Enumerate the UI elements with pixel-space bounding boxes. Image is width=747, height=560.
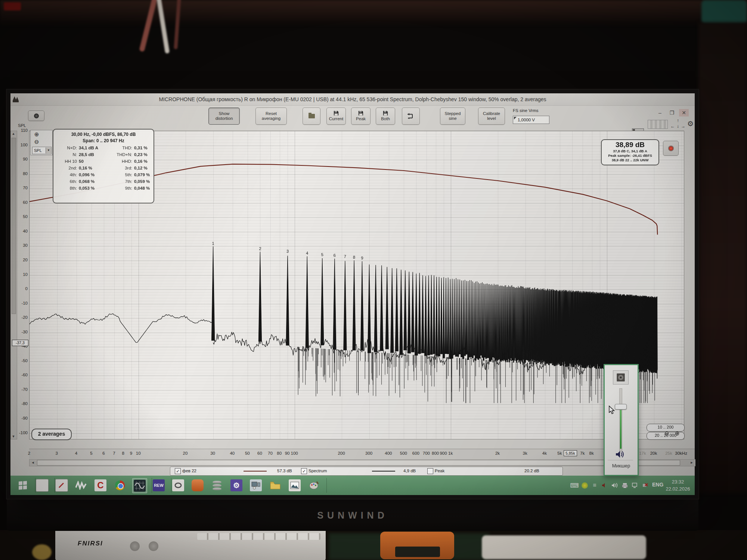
- taskbar-paint-app[interactable]: [307, 478, 321, 492]
- record-button[interactable]: [663, 141, 679, 156]
- info-value: 0,096 %: [79, 172, 109, 179]
- y-tick-label: 20: [15, 258, 28, 262]
- reset-averaging-button[interactable]: Reset averaging: [255, 108, 287, 125]
- taskbar-notepad[interactable]: [35, 478, 49, 492]
- volume-popup[interactable]: Микшер: [604, 364, 639, 476]
- x-tick-label: 100: [291, 451, 298, 455]
- zoom-in-icon[interactable]: ⊕: [675, 430, 680, 437]
- audio-device-button[interactable]: [613, 370, 629, 385]
- taskbar-spectrum-analyzer[interactable]: [132, 478, 147, 493]
- mixer-link[interactable]: Микшер: [605, 463, 638, 469]
- taskbar[interactable]: CREW⚙⌨≡ENG23:3222.02.2026: [10, 476, 695, 495]
- x-tick-label: 400: [385, 451, 392, 455]
- legend-checkbox[interactable]: ✓: [301, 468, 307, 474]
- close-button[interactable]: ✕: [679, 109, 689, 116]
- clock-date: 22.02.2026: [661, 485, 695, 492]
- y-tick-label: -10: [15, 301, 28, 305]
- tray-equalizer[interactable]: ≡: [590, 481, 599, 490]
- x-tick-label: 4k: [542, 451, 547, 455]
- loop-button[interactable]: [402, 108, 420, 125]
- taskbar-photo-viewer[interactable]: [288, 478, 302, 492]
- x-tick-label: 9: [130, 451, 132, 455]
- scroll-left-arrow[interactable]: ◄: [30, 461, 35, 464]
- desk: FNIRSI: [0, 530, 747, 560]
- tray-keyboard[interactable]: ⌨: [570, 481, 579, 490]
- info-label: 3rd:: [109, 166, 134, 172]
- taskbar-file-explorer[interactable]: [268, 478, 282, 492]
- speaker-icon[interactable]: [615, 450, 625, 458]
- minimize-button[interactable]: –: [655, 109, 665, 116]
- volume-slider-thumb[interactable]: [615, 404, 627, 410]
- peak-number-label: 3: [286, 249, 289, 253]
- taskbar-notepad-edit[interactable]: [55, 478, 69, 492]
- tray-network[interactable]: [630, 481, 639, 490]
- y-tick-label: -20: [15, 315, 28, 320]
- taskbar-settings-gear[interactable]: ⚙: [229, 478, 244, 492]
- taskbar-start-button[interactable]: [16, 478, 30, 492]
- settings-gear-icon[interactable]: ⚙: [687, 119, 694, 128]
- pan-left-icon[interactable]: ←: [670, 124, 675, 129]
- x-tick-label: 10: [136, 451, 141, 455]
- peak-number-label: 4: [306, 251, 308, 255]
- open-file-button[interactable]: [303, 108, 320, 125]
- x-tick-label: 3: [55, 451, 58, 455]
- taskbar-rew[interactable]: REW: [152, 478, 166, 492]
- taskbar-orange-app[interactable]: [190, 478, 205, 492]
- info-label: 7th:: [109, 179, 134, 186]
- knob: [149, 541, 158, 551]
- level-readout-box: 38,89 dB 37,8 dB C, 34,1 dB A Peak sampl…: [601, 139, 659, 165]
- scroll-down-arrow[interactable]: ▼: [11, 435, 16, 438]
- palette-icon: [308, 479, 320, 491]
- pan-down-icon[interactable]: ↓: [675, 124, 681, 129]
- tray-language-switcher[interactable]: [580, 481, 589, 490]
- x-tick-label: 3k: [523, 451, 527, 455]
- save-peak-button[interactable]: Peak: [351, 108, 371, 125]
- taskbar-audio-devices[interactable]: [249, 478, 263, 492]
- save-current-button[interactable]: Current: [326, 108, 346, 125]
- fs-sine-input[interactable]: 1,0000 V: [513, 116, 549, 124]
- save-both-button[interactable]: Both: [376, 108, 395, 125]
- pan-control[interactable]: ↑ ←↓→: [670, 118, 686, 129]
- taskbar-database-tool[interactable]: [210, 478, 224, 492]
- tray-speaker[interactable]: [610, 481, 619, 490]
- zoom-out-button[interactable]: ⊖: [33, 138, 40, 146]
- taskbar-separator: [171, 478, 171, 493]
- spectrum-plot[interactable]: ⊕ ⊖ SPL▼ 30,00 Hz, -0,00 dBFS, 86,70 dB …: [29, 131, 684, 439]
- taskbar-chrome[interactable]: [113, 478, 127, 492]
- restore-button[interactable]: ❐: [667, 109, 677, 116]
- legend-bar: ✓фев 2257.3 dB✓Spectrum4,9 dBPeak20.2 dB: [170, 467, 563, 476]
- taskbar-camera-tool[interactable]: [171, 478, 185, 492]
- horizontal-scrollbar-thumb[interactable]: [37, 460, 680, 466]
- tray-speaker-muted[interactable]: [600, 481, 609, 490]
- monitor-brand: SUNWIND: [7, 510, 698, 521]
- taskbar-audio-editor[interactable]: [74, 478, 88, 492]
- rew-icon: REW: [153, 479, 165, 491]
- taskbar-comodo-dragon[interactable]: C: [93, 478, 108, 492]
- y-tick-label: 80: [15, 171, 28, 176]
- chevron-down-icon[interactable]: ▼: [46, 147, 51, 153]
- pan-right-icon[interactable]: →: [681, 124, 686, 129]
- photo-object: [4, 2, 21, 10]
- save-icon: [358, 111, 363, 116]
- legend-checkbox[interactable]: [427, 468, 433, 474]
- channel-selector[interactable]: SPL▼: [32, 147, 52, 154]
- stepped-sine-button[interactable]: Stepped sine: [440, 108, 465, 125]
- speaker-device-icon: [616, 373, 626, 382]
- calibrate-level-button[interactable]: Calibrate level: [478, 108, 505, 125]
- horizontal-scrollbar[interactable]: ◄ ►: [29, 459, 695, 466]
- legend-checkbox[interactable]: ✓: [175, 468, 181, 474]
- pan-up-icon[interactable]: ↑: [675, 118, 681, 124]
- fs-sine-label: FS sine Vrms: [513, 108, 539, 113]
- screenshot-button[interactable]: [28, 111, 44, 121]
- scroll-right-arrow[interactable]: ►: [689, 461, 694, 464]
- legend-value: 4,9 dB: [403, 469, 416, 473]
- x-tick-label: 4: [75, 451, 77, 455]
- zoom-in-button[interactable]: ⊕: [33, 131, 40, 138]
- tray-clock[interactable]: 23:3222.02.2026: [661, 478, 695, 492]
- x-tick-label: 60: [257, 451, 262, 455]
- zoom-out-icon[interactable]: ⊖: [664, 430, 669, 437]
- tray-device-error[interactable]: [641, 481, 650, 490]
- tray-printer[interactable]: [620, 481, 629, 490]
- show-distortion-button[interactable]: Show distortion: [208, 108, 240, 125]
- monitor-bezel: SUNWIND: [7, 499, 698, 531]
